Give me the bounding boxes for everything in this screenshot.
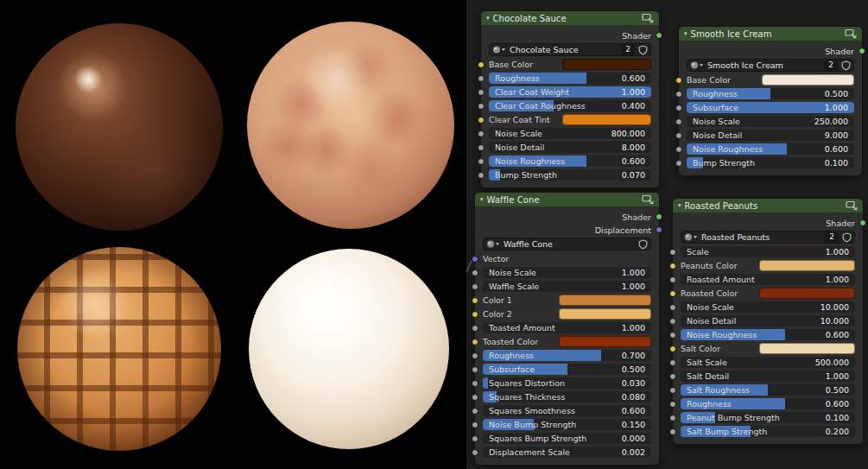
noise-scale-field[interactable]: Noise Scale10.000: [681, 301, 855, 313]
input-socket-float[interactable]: [669, 428, 676, 435]
input-socket-float[interactable]: [478, 130, 485, 137]
input-socket-float[interactable]: [472, 421, 478, 428]
input-socket-float[interactable]: [478, 144, 485, 151]
squares-bump-strength-field[interactable]: Squares Bump Strength0.000: [483, 433, 651, 444]
noise-detail-field[interactable]: Noise Detail9.000: [687, 130, 854, 141]
users-count[interactable]: 2: [824, 60, 838, 71]
input-socket-float[interactable]: [478, 89, 485, 96]
noise-roughness-field[interactable]: Noise Roughness0.600: [687, 143, 854, 155]
salt-roughness-field[interactable]: Salt Roughness0.500: [681, 384, 855, 396]
output-socket-shader[interactable]: [656, 32, 662, 39]
subsurface-field[interactable]: Subsurface0.500: [483, 364, 651, 375]
input-socket-float[interactable]: [669, 401, 676, 408]
users-count[interactable]: 2: [621, 44, 635, 55]
node-header[interactable]: ▾Roasted Peanuts: [673, 199, 863, 213]
fake-user-shield-icon[interactable]: [841, 60, 851, 71]
roughness-field[interactable]: Roughness0.500: [687, 88, 854, 99]
input-socket-float[interactable]: [472, 269, 478, 276]
group-datablock-selector[interactable]: Roasted Peanuts2: [681, 231, 855, 244]
node-waffle-cone[interactable]: ▾Waffle ConeShaderDisplacementWaffle Con…: [474, 192, 660, 466]
node-roasted-peanuts[interactable]: ▾Roasted PeanutsShaderRoasted Peanuts2Sc…: [672, 198, 864, 445]
salt-bump-strength-field[interactable]: Salt Bump Strength0.200: [681, 426, 855, 437]
users-count[interactable]: 2: [825, 231, 839, 243]
noise-roughness-field[interactable]: Noise Roughness0.600: [681, 329, 855, 340]
group-datablock-selector[interactable]: Chocolate Sauce2: [489, 43, 651, 56]
input-socket-float[interactable]: [669, 249, 676, 256]
shader-node-editor[interactable]: ▾Chocolate SauceShaderChocolate Sauce2Ba…: [466, 0, 868, 469]
collapse-chevron-icon[interactable]: ▾: [678, 203, 681, 209]
node-header[interactable]: ▾Smooth Ice Cream: [679, 27, 862, 41]
bump-strength-field[interactable]: Bump Strength0.100: [687, 157, 854, 168]
collapse-chevron-icon[interactable]: ▾: [684, 31, 687, 37]
salt-color-swatch[interactable]: [759, 343, 855, 354]
chocolate-sauce-preview-sphere[interactable]: [16, 23, 223, 231]
input-socket-float[interactable]: [478, 158, 485, 165]
fake-user-shield-icon[interactable]: [638, 45, 648, 55]
input-socket-float[interactable]: [675, 146, 682, 153]
squares-thickness-field[interactable]: Squares Thickness0.080: [483, 391, 651, 402]
clear-coat-roughness-field[interactable]: Clear Coat Roughness0.400: [489, 100, 651, 111]
roughness-field[interactable]: Roughness0.700: [483, 350, 651, 361]
input-socket-float[interactable]: [669, 415, 676, 421]
node-smooth-ice-cream[interactable]: ▾Smooth Ice CreamShaderSmooth Ice Cream2…: [678, 26, 863, 176]
input-socket-color[interactable]: [675, 77, 682, 84]
input-socket-float[interactable]: [472, 325, 478, 332]
collapse-chevron-icon[interactable]: ▾: [480, 197, 484, 203]
material-browse-icon[interactable]: [486, 239, 500, 249]
input-socket-float[interactable]: [669, 387, 676, 394]
waffle-cone-preview-sphere[interactable]: [17, 247, 221, 451]
input-socket-float[interactable]: [669, 332, 676, 339]
input-socket-float[interactable]: [669, 373, 676, 380]
output-socket-shader[interactable]: [859, 219, 866, 226]
input-socket-float[interactable]: [472, 366, 478, 373]
noise-detail-field[interactable]: Noise Detail10.000: [681, 315, 855, 326]
subsurface-field[interactable]: Subsurface1.000: [687, 102, 854, 113]
strawberry-ice-cream-preview-sphere[interactable]: [247, 22, 454, 229]
input-socket-color[interactable]: [669, 263, 676, 269]
input-socket-color[interactable]: [669, 290, 676, 297]
output-socket-vector[interactable]: [656, 226, 662, 233]
input-socket-float[interactable]: [478, 172, 485, 179]
input-socket-float[interactable]: [472, 449, 478, 456]
clear-coat-tint-swatch[interactable]: [562, 114, 651, 125]
roughness-field[interactable]: Roughness0.600: [681, 398, 855, 409]
scale-field[interactable]: Scale1.000: [681, 246, 855, 257]
noise-scale-field[interactable]: Noise Scale1.000: [483, 267, 651, 278]
noise-roughness-field[interactable]: Noise Roughness0.600: [489, 155, 651, 167]
salt-detail-field[interactable]: Salt Detail1.000: [681, 371, 855, 382]
node-header[interactable]: ▾Waffle Cone: [475, 193, 659, 207]
input-socket-float[interactable]: [669, 318, 676, 325]
3d-viewport[interactable]: [0, 0, 466, 469]
output-socket-shader[interactable]: [656, 213, 662, 220]
smooth-ice-cream-preview-sphere[interactable]: [249, 249, 449, 449]
input-socket-float[interactable]: [669, 276, 676, 283]
roasted-amount-field[interactable]: Roasted Amount1.000: [681, 274, 855, 285]
input-socket-float[interactable]: [472, 380, 478, 387]
input-socket-float[interactable]: [675, 118, 682, 125]
toasted-amount-field[interactable]: Toasted Amount1.000: [483, 322, 651, 333]
roasted-color-swatch[interactable]: [759, 288, 855, 299]
input-socket-float[interactable]: [675, 132, 682, 139]
node-chocolate-sauce[interactable]: ▾Chocolate SauceShaderChocolate Sauce2Ba…: [480, 10, 660, 188]
color-1-swatch[interactable]: [559, 295, 651, 306]
toasted-color-swatch[interactable]: [559, 336, 651, 347]
peanut-bump-strength-field[interactable]: Peanut Bump Strength0.100: [681, 412, 855, 423]
input-socket-float[interactable]: [669, 359, 676, 366]
input-socket-float[interactable]: [472, 283, 478, 290]
input-socket-color[interactable]: [472, 339, 478, 345]
input-socket-float[interactable]: [472, 408, 478, 415]
peanuts-color-swatch[interactable]: [759, 260, 855, 271]
fake-user-shield-icon[interactable]: [842, 232, 852, 243]
material-browse-icon[interactable]: [684, 232, 698, 242]
material-browse-icon[interactable]: [690, 60, 704, 70]
input-socket-float[interactable]: [472, 352, 478, 359]
input-socket-color[interactable]: [472, 297, 478, 304]
input-socket-float[interactable]: [478, 103, 485, 110]
clear-coat-weight-field[interactable]: Clear Coat Weight1.000: [489, 86, 651, 98]
material-browse-icon[interactable]: [492, 45, 506, 54]
base-color-swatch[interactable]: [762, 74, 854, 86]
input-socket-color[interactable]: [478, 117, 485, 124]
salt-scale-field[interactable]: Salt Scale500.000: [681, 357, 855, 368]
input-socket-vector[interactable]: [472, 256, 478, 263]
squares-smoothness-field[interactable]: Squares Smoothness0.600: [483, 405, 651, 416]
